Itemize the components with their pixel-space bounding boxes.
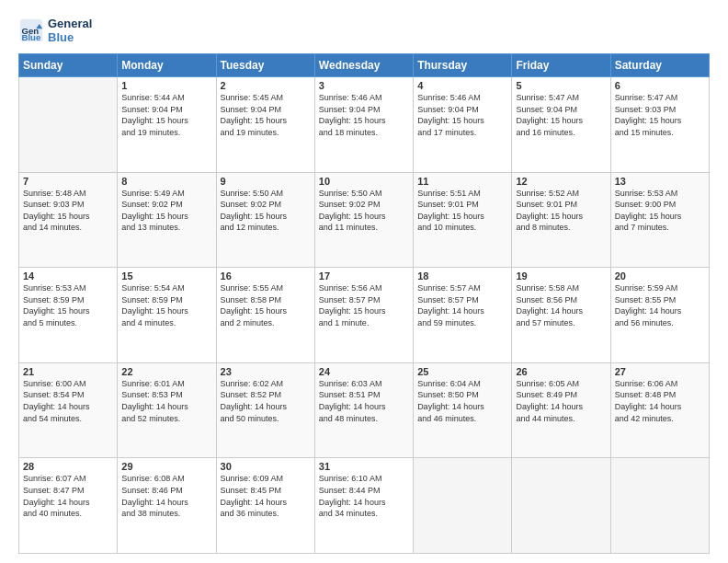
day-info: Sunrise: 5:53 AM Sunset: 8:59 PM Dayligh… (23, 282, 113, 328)
day-number: 10 (319, 176, 409, 187)
day-info: Sunrise: 5:46 AM Sunset: 9:04 PM Dayligh… (319, 92, 409, 138)
calendar-page: Gen Blue General Blue SundayMondayTuesda… (0, 0, 728, 563)
day-cell-2: 2Sunrise: 5:45 AM Sunset: 9:04 PM Daylig… (216, 77, 314, 173)
header: Gen Blue General Blue (18, 17, 710, 44)
day-cell-27: 27Sunrise: 6:06 AM Sunset: 8:48 PM Dayli… (610, 362, 709, 458)
day-number: 17 (319, 270, 409, 282)
empty-cell (19, 77, 118, 173)
empty-cell (414, 458, 512, 554)
day-number: 13 (615, 176, 705, 187)
day-cell-4: 4Sunrise: 5:46 AM Sunset: 9:04 PM Daylig… (414, 77, 512, 173)
day-info: Sunrise: 5:51 AM Sunset: 9:01 PM Dayligh… (417, 188, 507, 234)
day-info: Sunrise: 6:00 AM Sunset: 8:54 PM Dayligh… (23, 378, 113, 424)
day-cell-26: 26Sunrise: 6:05 AM Sunset: 8:49 PM Dayli… (512, 362, 610, 458)
day-info: Sunrise: 5:56 AM Sunset: 8:57 PM Dayligh… (319, 282, 409, 328)
day-info: Sunrise: 6:08 AM Sunset: 8:46 PM Dayligh… (121, 473, 211, 519)
day-cell-13: 13Sunrise: 5:53 AM Sunset: 9:00 PM Dayli… (610, 172, 709, 268)
day-number: 7 (23, 176, 113, 187)
day-number: 16 (221, 270, 311, 282)
day-number: 19 (516, 270, 606, 282)
week-row-5: 28Sunrise: 6:07 AM Sunset: 8:47 PM Dayli… (19, 458, 710, 554)
day-cell-22: 22Sunrise: 6:01 AM Sunset: 8:53 PM Dayli… (118, 362, 216, 458)
empty-cell (512, 458, 610, 554)
day-number: 26 (516, 366, 606, 377)
week-row-2: 7Sunrise: 5:48 AM Sunset: 9:03 PM Daylig… (19, 172, 710, 268)
day-info: Sunrise: 5:53 AM Sunset: 9:00 PM Dayligh… (615, 188, 705, 234)
empty-cell (610, 458, 709, 554)
day-cell-11: 11Sunrise: 5:51 AM Sunset: 9:01 PM Dayli… (414, 172, 512, 268)
day-info: Sunrise: 5:50 AM Sunset: 9:02 PM Dayligh… (319, 188, 409, 234)
day-info: Sunrise: 5:54 AM Sunset: 8:59 PM Dayligh… (121, 282, 211, 328)
calendar-header-row: SundayMondayTuesdayWednesdayThursdayFrid… (19, 54, 710, 77)
day-info: Sunrise: 6:03 AM Sunset: 8:51 PM Dayligh… (319, 378, 409, 424)
day-cell-7: 7Sunrise: 5:48 AM Sunset: 9:03 PM Daylig… (19, 172, 118, 268)
day-number: 9 (221, 176, 311, 187)
day-header-sunday: Sunday (19, 54, 118, 77)
day-number: 23 (221, 366, 311, 377)
day-cell-1: 1Sunrise: 5:44 AM Sunset: 9:04 PM Daylig… (118, 77, 216, 173)
day-info: Sunrise: 5:49 AM Sunset: 9:02 PM Dayligh… (121, 188, 211, 234)
day-info: Sunrise: 6:10 AM Sunset: 8:44 PM Dayligh… (319, 473, 409, 519)
day-number: 2 (221, 80, 311, 91)
day-info: Sunrise: 5:50 AM Sunset: 9:02 PM Dayligh… (221, 188, 311, 234)
calendar-table: SundayMondayTuesdayWednesdayThursdayFrid… (18, 53, 710, 554)
day-header-wednesday: Wednesday (314, 54, 413, 77)
day-number: 29 (121, 461, 211, 472)
day-cell-9: 9Sunrise: 5:50 AM Sunset: 9:02 PM Daylig… (216, 172, 314, 268)
day-info: Sunrise: 5:52 AM Sunset: 9:01 PM Dayligh… (516, 188, 606, 234)
day-cell-25: 25Sunrise: 6:04 AM Sunset: 8:50 PM Dayli… (414, 362, 512, 458)
week-row-3: 14Sunrise: 5:53 AM Sunset: 8:59 PM Dayli… (19, 268, 710, 363)
day-info: Sunrise: 5:55 AM Sunset: 8:58 PM Dayligh… (221, 282, 311, 328)
day-number: 30 (221, 461, 311, 472)
day-cell-21: 21Sunrise: 6:00 AM Sunset: 8:54 PM Dayli… (19, 362, 118, 458)
day-cell-8: 8Sunrise: 5:49 AM Sunset: 9:02 PM Daylig… (118, 172, 216, 268)
day-number: 21 (23, 366, 113, 377)
day-number: 4 (417, 80, 507, 91)
day-header-saturday: Saturday (610, 54, 709, 77)
day-info: Sunrise: 6:09 AM Sunset: 8:45 PM Dayligh… (221, 473, 311, 519)
week-row-4: 21Sunrise: 6:00 AM Sunset: 8:54 PM Dayli… (19, 362, 710, 458)
day-number: 1 (121, 80, 211, 91)
day-number: 12 (516, 176, 606, 187)
day-number: 3 (319, 80, 409, 91)
day-info: Sunrise: 5:44 AM Sunset: 9:04 PM Dayligh… (121, 92, 211, 138)
day-cell-10: 10Sunrise: 5:50 AM Sunset: 9:02 PM Dayli… (314, 172, 413, 268)
day-info: Sunrise: 6:02 AM Sunset: 8:52 PM Dayligh… (221, 378, 311, 424)
day-number: 25 (417, 366, 507, 377)
day-number: 31 (319, 461, 409, 472)
day-info: Sunrise: 5:47 AM Sunset: 9:03 PM Dayligh… (615, 92, 705, 138)
day-info: Sunrise: 6:04 AM Sunset: 8:50 PM Dayligh… (417, 378, 507, 424)
day-cell-31: 31Sunrise: 6:10 AM Sunset: 8:44 PM Dayli… (314, 458, 413, 554)
day-header-tuesday: Tuesday (216, 54, 314, 77)
day-info: Sunrise: 5:47 AM Sunset: 9:04 PM Dayligh… (516, 92, 606, 138)
day-number: 8 (121, 176, 211, 187)
day-info: Sunrise: 5:59 AM Sunset: 8:55 PM Dayligh… (615, 282, 705, 328)
day-cell-12: 12Sunrise: 5:52 AM Sunset: 9:01 PM Dayli… (512, 172, 610, 268)
day-cell-3: 3Sunrise: 5:46 AM Sunset: 9:04 PM Daylig… (314, 77, 413, 173)
day-number: 5 (516, 80, 606, 91)
day-number: 6 (615, 80, 705, 91)
logo: Gen Blue General Blue (18, 17, 92, 44)
day-info: Sunrise: 6:06 AM Sunset: 8:48 PM Dayligh… (615, 378, 705, 424)
day-cell-28: 28Sunrise: 6:07 AM Sunset: 8:47 PM Dayli… (19, 458, 118, 554)
day-cell-15: 15Sunrise: 5:54 AM Sunset: 8:59 PM Dayli… (118, 268, 216, 363)
day-cell-20: 20Sunrise: 5:59 AM Sunset: 8:55 PM Dayli… (610, 268, 709, 363)
day-cell-29: 29Sunrise: 6:08 AM Sunset: 8:46 PM Dayli… (118, 458, 216, 554)
day-number: 11 (417, 176, 507, 187)
svg-text:Blue: Blue (22, 32, 41, 42)
day-number: 15 (121, 270, 211, 282)
day-info: Sunrise: 5:48 AM Sunset: 9:03 PM Dayligh… (23, 188, 113, 234)
day-number: 24 (319, 366, 409, 377)
day-cell-30: 30Sunrise: 6:09 AM Sunset: 8:45 PM Dayli… (216, 458, 314, 554)
day-info: Sunrise: 6:01 AM Sunset: 8:53 PM Dayligh… (121, 378, 211, 424)
day-cell-18: 18Sunrise: 5:57 AM Sunset: 8:57 PM Dayli… (414, 268, 512, 363)
day-header-thursday: Thursday (414, 54, 512, 77)
day-number: 27 (615, 366, 705, 377)
day-number: 18 (417, 270, 507, 282)
day-cell-17: 17Sunrise: 5:56 AM Sunset: 8:57 PM Dayli… (314, 268, 413, 363)
logo-icon: Gen Blue (18, 17, 44, 43)
day-info: Sunrise: 5:58 AM Sunset: 8:56 PM Dayligh… (516, 282, 606, 328)
day-info: Sunrise: 6:07 AM Sunset: 8:47 PM Dayligh… (23, 473, 113, 519)
day-header-monday: Monday (118, 54, 216, 77)
day-info: Sunrise: 5:45 AM Sunset: 9:04 PM Dayligh… (221, 92, 311, 138)
